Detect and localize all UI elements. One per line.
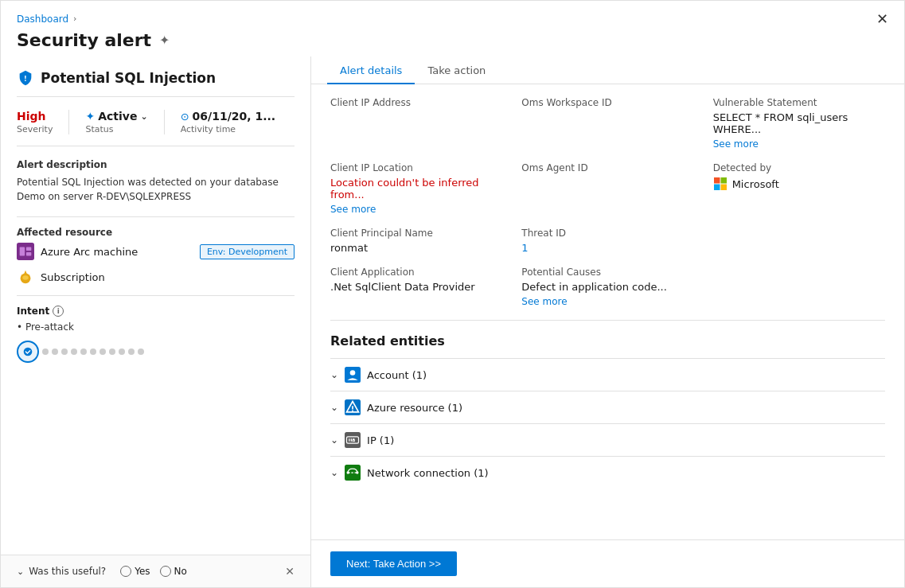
chain-dot-6 [90, 349, 96, 355]
close-icon[interactable]: ✕ [876, 10, 888, 27]
client-ip-location-value: Location couldn't be inferred from... [330, 177, 502, 201]
entity-azure-resource-chevron: ⌄ [330, 402, 338, 413]
severity-value: High [17, 110, 53, 123]
intent-info-icon[interactable]: i [53, 306, 64, 317]
pin-icon[interactable]: ✦ [159, 33, 170, 48]
tab-take-action[interactable]: Take action [415, 56, 498, 84]
detail-oms-workspace: Oms Workspace ID [521, 97, 693, 150]
feedback-radio-group: Yes No [120, 566, 187, 577]
shield-icon: ! [17, 69, 34, 87]
subscription-icon [17, 268, 34, 286]
page-title: Security alert [17, 30, 151, 50]
account-icon [345, 367, 361, 383]
azure-arc-icon [17, 243, 34, 260]
client-app-label: Client Application [330, 267, 502, 278]
attack-chain [17, 341, 295, 363]
severity-metric: High Severity [17, 110, 69, 134]
status-chevron-icon[interactable]: ⌄ [140, 111, 147, 122]
resource-machine-item: Azure Arc machine Env: Development [17, 243, 295, 260]
severity-label: Severity [17, 124, 53, 134]
chain-dot-4 [71, 349, 77, 355]
detected-by-label: Detected by [713, 162, 885, 173]
tabs-row: Alert details Take action [311, 56, 904, 84]
chain-dot-8 [109, 349, 115, 355]
feedback-close-icon[interactable]: ✕ [285, 565, 295, 578]
svg-text:!: ! [24, 75, 27, 83]
vulnerable-stmt-see-more[interactable]: See more [713, 138, 885, 150]
entity-ip[interactable]: ⌄ IP (1) [330, 423, 885, 456]
affected-section: Affected resource Azure Arc machine Env:… [17, 227, 295, 286]
oms-workspace-label: Oms Workspace ID [521, 97, 693, 108]
detail-client-app: Client Application .Net SqlClient Data P… [330, 267, 502, 307]
affected-title: Affected resource [17, 227, 295, 238]
tab-alert-details[interactable]: Alert details [327, 56, 415, 84]
description-title: Alert description [17, 159, 295, 170]
client-principal-value: ronmat [330, 242, 502, 254]
entity-network-chevron: ⌄ [330, 467, 338, 478]
chain-dot-9 [119, 349, 125, 355]
next-take-action-button[interactable]: Next: Take Action >> [330, 551, 457, 576]
potential-causes-label: Potential Causes [521, 267, 693, 278]
metrics-row: High Severity ✦ Active ⌄ Status ⊙ [17, 110, 295, 146]
svg-point-14 [350, 370, 356, 376]
svg-point-18 [352, 410, 353, 411]
left-panel: ! Potential SQL Injection High Severity … [1, 56, 311, 587]
feedback-toggle[interactable]: ⌄ Was this useful? [17, 566, 106, 577]
feedback-no[interactable]: No [160, 566, 187, 577]
ip-icon [345, 432, 361, 448]
entity-network-connection[interactable]: ⌄ Network connection (1) [330, 456, 885, 489]
svg-point-7 [22, 275, 28, 280]
chain-dot-7 [99, 349, 106, 355]
entity-azure-resource[interactable]: ⌄ Azure resource (1) [330, 391, 885, 423]
status-metric[interactable]: ✦ Active ⌄ Status [85, 110, 164, 134]
resource-machine-name: Azure Arc machine [41, 246, 193, 258]
detected-by-name: Microsoft [732, 178, 779, 190]
threat-id-value: 1 [521, 242, 693, 254]
intent-section: Intent i • Pre-attack [17, 306, 295, 363]
chain-dot-1 [42, 349, 49, 355]
bottom-actions: Next: Take Action >> [311, 539, 904, 587]
breadcrumb-dashboard[interactable]: Dashboard [17, 14, 68, 25]
entity-account-label: Account (1) [367, 369, 427, 381]
detail-empty [713, 228, 885, 254]
feedback-label: Was this useful? [29, 566, 106, 577]
threat-id-label: Threat ID [521, 228, 693, 239]
entity-account-chevron: ⌄ [330, 369, 338, 380]
entity-ip-chevron: ⌄ [330, 434, 338, 446]
related-entities-section: Related entities ⌄ Account (1) ⌄ [330, 333, 885, 489]
svg-rect-2 [20, 247, 25, 256]
feedback-yes[interactable]: Yes [120, 566, 150, 577]
client-principal-label: Client Principal Name [330, 228, 502, 239]
svg-marker-6 [24, 271, 27, 275]
detail-vulnerable-stmt: Vulnerable Statement SELECT * FROM sqli_… [713, 97, 885, 150]
entity-account[interactable]: ⌄ Account (1) [330, 358, 885, 391]
detected-by-value: Microsoft [713, 177, 885, 191]
svg-rect-9 [714, 177, 720, 184]
entity-ip-label: IP (1) [367, 434, 394, 446]
potential-causes-see-more[interactable]: See more [521, 296, 693, 307]
radio-no-circle [160, 566, 171, 577]
network-icon [345, 465, 361, 481]
intent-title: Intent [17, 306, 49, 317]
svg-rect-3 [26, 247, 31, 251]
entity-network-label: Network connection (1) [367, 467, 489, 479]
oms-agent-label: Oms Agent ID [521, 162, 693, 173]
svg-rect-4 [26, 252, 31, 256]
client-ip-location-see-more[interactable]: See more [330, 204, 502, 215]
vulnerable-stmt-value: SELECT * FROM sqli_users WHERE... [713, 111, 885, 135]
detail-client-ip: Client IP Address [330, 97, 502, 150]
chain-dot-10 [128, 349, 135, 355]
detail-potential-causes: Potential Causes Defect in application c… [521, 267, 693, 307]
feedback-chevron-icon: ⌄ [17, 567, 24, 577]
status-value: Active [98, 110, 137, 123]
feedback-bar: ⌄ Was this useful? Yes No ✕ [1, 555, 310, 587]
svg-rect-10 [720, 177, 727, 184]
resource-sub-name: Subscription [41, 271, 295, 283]
svg-rect-1 [17, 243, 34, 260]
env-badge: Env: Development [200, 244, 295, 259]
feedback-yes-label: Yes [135, 566, 150, 577]
chain-dot-2 [52, 349, 58, 355]
resource-sub-item: Subscription [17, 268, 295, 286]
related-entities-title: Related entities [330, 333, 885, 349]
chain-dot-3 [61, 349, 68, 355]
